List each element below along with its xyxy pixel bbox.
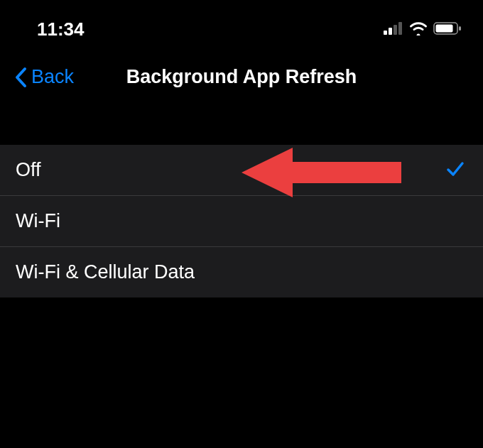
page-title: Background App Refresh [126, 66, 357, 88]
wifi-icon [409, 21, 428, 38]
option-label: Wi-Fi & Cellular Data [16, 261, 195, 283]
svg-rect-6 [459, 26, 461, 31]
option-wifi-cellular[interactable]: Wi-Fi & Cellular Data [0, 247, 483, 297]
svg-rect-3 [398, 22, 402, 35]
svg-rect-0 [384, 31, 387, 35]
back-button[interactable]: Back [14, 66, 74, 88]
status-icons [384, 21, 462, 38]
option-off[interactable]: Off [0, 145, 483, 196]
status-time: 11:34 [37, 18, 85, 40]
checkmark-icon [446, 160, 465, 181]
svg-rect-1 [389, 28, 392, 35]
back-label: Back [31, 66, 74, 88]
option-wifi[interactable]: Wi-Fi [0, 196, 483, 247]
options-list: Off Wi-Fi Wi-Fi & Cellular Data [0, 145, 483, 297]
option-label: Off [16, 159, 41, 181]
svg-rect-2 [394, 25, 397, 35]
section-spacer [0, 105, 483, 145]
navigation-bar: Back Background App Refresh [0, 53, 483, 105]
cellular-signal-icon [384, 22, 403, 38]
status-bar: 11:34 [0, 0, 483, 53]
chevron-left-icon [14, 67, 28, 88]
option-label: Wi-Fi [16, 210, 60, 232]
battery-icon [433, 21, 462, 38]
svg-rect-5 [436, 24, 453, 32]
